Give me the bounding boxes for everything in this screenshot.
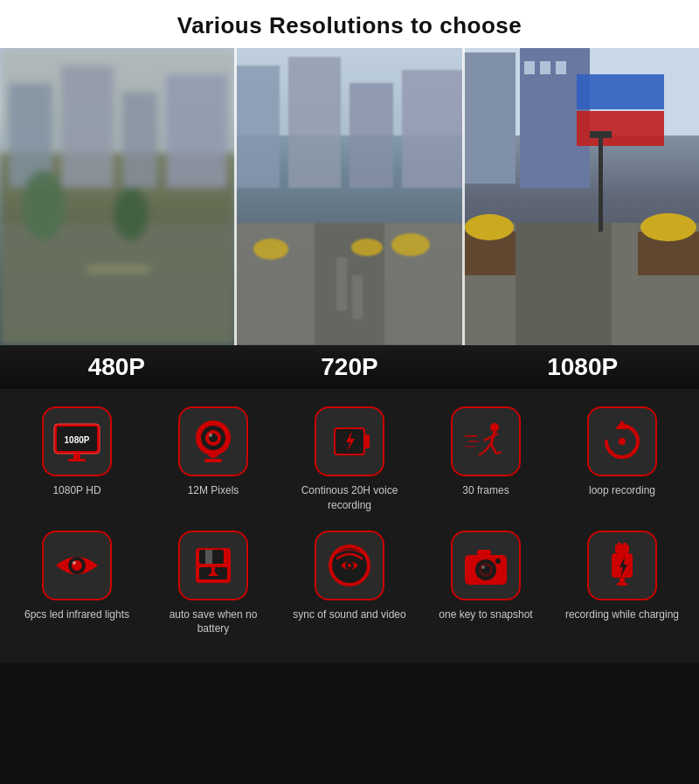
features-row-2: 6pcs led infrared lights — [9, 531, 690, 637]
feature-looprecording: loop recording — [561, 406, 683, 498]
svg-rect-24 — [577, 74, 664, 109]
svg-point-63 — [619, 438, 626, 445]
svg-rect-72 — [211, 567, 215, 574]
svg-point-7 — [114, 188, 149, 240]
label-syncsound: sync of sound and video — [293, 607, 405, 622]
svg-rect-40 — [73, 454, 80, 459]
photo-1080p — [463, 48, 699, 345]
svg-rect-49 — [365, 434, 370, 448]
svg-rect-2 — [61, 66, 114, 188]
svg-rect-69 — [205, 550, 212, 564]
svg-point-82 — [481, 565, 485, 569]
label-looprecording: loop recording — [589, 483, 655, 498]
svg-point-34 — [640, 213, 696, 241]
svg-rect-30 — [516, 223, 612, 345]
svg-rect-36 — [590, 131, 612, 138]
svg-point-32 — [465, 214, 514, 240]
label-720p: 720P — [233, 345, 467, 389]
svg-point-76 — [348, 564, 351, 567]
svg-line-58 — [479, 452, 484, 455]
resolution-labels: 480P 720P 1080P — [0, 345, 699, 389]
icon-box-snapshot — [451, 531, 521, 600]
page-title: Various Resolutions to choose — [0, 12, 699, 39]
divider-720-1080 — [462, 48, 465, 345]
svg-text:1080P: 1080P — [65, 435, 90, 445]
svg-rect-78 — [477, 550, 491, 559]
svg-point-20 — [351, 239, 383, 256]
icon-box-charging — [587, 531, 657, 600]
feature-autosave: auto save when no battery — [152, 531, 274, 637]
svg-rect-4 — [166, 74, 227, 188]
photo-480p — [0, 48, 236, 345]
svg-rect-13 — [402, 70, 463, 188]
label-ledlights: 6pcs led infrared lights — [24, 607, 129, 622]
svg-point-51 — [490, 423, 499, 432]
svg-rect-41 — [68, 459, 86, 461]
label-charging: recording while charging — [565, 607, 679, 622]
features-row-1: 1080P 1080P HD — [9, 406, 690, 513]
label-480p: 480P — [0, 345, 233, 389]
feature-charging: recording while charging — [561, 531, 683, 622]
icon-box-30frames — [451, 406, 521, 476]
svg-point-66 — [73, 561, 76, 565]
svg-rect-10 — [236, 66, 280, 188]
icon-box-12mpixels — [178, 406, 248, 476]
svg-rect-25 — [577, 111, 664, 146]
svg-rect-3 — [122, 92, 157, 188]
svg-line-56 — [484, 444, 491, 452]
svg-line-55 — [491, 444, 496, 454]
svg-point-19 — [391, 233, 430, 256]
svg-rect-28 — [556, 61, 566, 74]
feature-30frames: 30 frames — [425, 406, 547, 498]
feature-ledlights: 6pcs led infrared lights — [16, 531, 138, 622]
svg-rect-5 — [0, 223, 236, 345]
label-30frames: 30 frames — [462, 483, 509, 498]
svg-rect-16 — [336, 258, 347, 310]
icon-box-voicerecording — [315, 406, 384, 476]
svg-rect-26 — [524, 61, 535, 74]
svg-point-6 — [22, 170, 66, 240]
photo-720p — [236, 48, 463, 345]
label-snapshot: one key to snapshot — [439, 607, 532, 622]
svg-rect-89 — [617, 583, 627, 586]
icon-box-syncsound — [315, 531, 384, 600]
label-hd1080p: 1080P HD — [52, 483, 100, 498]
svg-line-54 — [484, 437, 491, 441]
header: Various Resolutions to choose — [0, 0, 699, 48]
features-section: 1080P 1080P HD — [0, 389, 699, 663]
icon-box-ledlights — [42, 531, 112, 600]
label-1080p: 1080P — [466, 345, 699, 389]
label-autosave: auto save when no battery — [152, 607, 274, 637]
svg-point-83 — [495, 559, 501, 564]
resolution-section: 480P 720P 1080P — [0, 48, 699, 389]
svg-rect-17 — [352, 275, 363, 319]
svg-rect-22 — [463, 52, 516, 184]
svg-rect-84 — [615, 545, 629, 553]
feature-hd1080p: 1080P 1080P HD — [16, 406, 138, 498]
label-voicerecording: Continous 20H voice recording — [288, 483, 411, 513]
icon-box-hd1080p: 1080P — [42, 406, 112, 476]
svg-rect-85 — [618, 543, 621, 548]
label-12mpixels: 12M Pixels — [188, 483, 239, 498]
svg-rect-11 — [288, 57, 341, 188]
svg-rect-8 — [87, 267, 149, 272]
feature-snapshot: one key to snapshot — [425, 531, 547, 622]
svg-rect-47 — [204, 459, 222, 462]
icon-box-autosave — [178, 531, 248, 600]
divider-480-720 — [234, 48, 237, 345]
svg-rect-27 — [540, 61, 550, 74]
svg-line-57 — [496, 452, 502, 454]
svg-rect-35 — [599, 135, 603, 232]
feature-syncsound: sync of sound and video — [288, 531, 411, 622]
svg-point-46 — [209, 434, 212, 437]
svg-rect-12 — [350, 83, 393, 188]
feature-12mpixels: 12M Pixels — [152, 406, 274, 498]
comparison-photo — [0, 48, 699, 345]
feature-voicerecording: Continous 20H voice recording — [288, 406, 411, 513]
svg-rect-86 — [623, 543, 626, 548]
svg-point-18 — [253, 239, 288, 260]
icon-box-looprecording — [587, 406, 657, 476]
